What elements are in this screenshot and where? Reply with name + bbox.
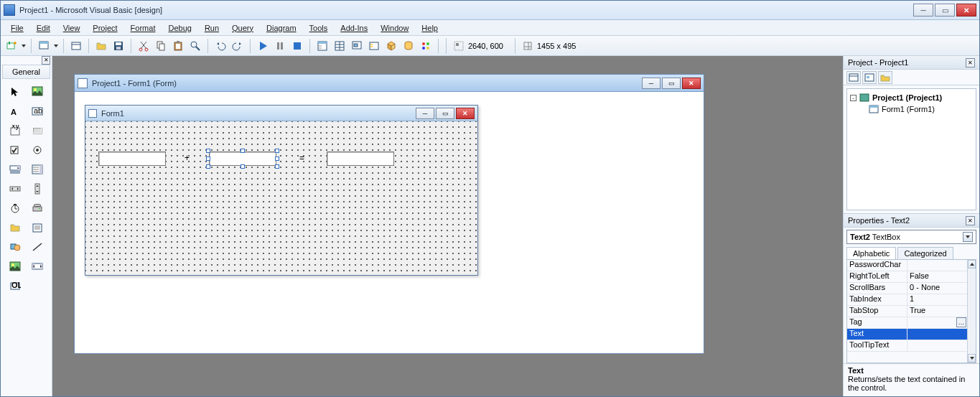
- add-project-dropdown[interactable]: [21, 38, 27, 54]
- title-bar[interactable]: Project1 - Microsoft Visual Basic [desig…: [1, 1, 979, 20]
- toolbox-button[interactable]: [383, 38, 399, 54]
- form-designer-window[interactable]: Project1 - Form1 (Form) ─ ▭ ✕ Form1: [74, 74, 704, 354]
- menu-project[interactable]: Project: [87, 22, 123, 34]
- designer-close-button[interactable]: ✕: [682, 78, 701, 89]
- menu-help[interactable]: Help: [416, 22, 444, 34]
- dirlistbox-tool[interactable]: [5, 219, 25, 236]
- resize-handle-e[interactable]: [275, 157, 279, 161]
- properties-panel-title-bar[interactable]: Properties - Text2 ✕: [844, 214, 979, 228]
- picturebox-tool[interactable]: [27, 83, 47, 101]
- property-row[interactable]: TabStopTrue: [847, 306, 967, 317]
- form-client-area[interactable]: +: [85, 121, 477, 275]
- property-row[interactable]: RightToLeftFalse: [847, 271, 967, 283]
- text3-control[interactable]: [327, 151, 394, 166]
- component-manager-button[interactable]: [418, 38, 434, 54]
- property-value[interactable]: False: [907, 271, 967, 282]
- undo-button[interactable]: [213, 38, 228, 54]
- property-row[interactable]: Tag…: [847, 317, 967, 329]
- toggle-folders-button[interactable]: [878, 71, 892, 84]
- scroll-up-button[interactable]: [968, 260, 976, 268]
- tree-form-node[interactable]: Form1 (Form1): [850, 103, 973, 115]
- project-panel-title-bar[interactable]: Project - Project1 ✕: [844, 56, 979, 70]
- menu-debug[interactable]: Debug: [162, 22, 197, 34]
- data-view-button[interactable]: [401, 38, 416, 54]
- menu-format[interactable]: Format: [125, 22, 162, 34]
- tree-project-node[interactable]: - Project1 (Project1): [850, 92, 973, 103]
- property-value[interactable]: True: [907, 306, 967, 317]
- image-tool[interactable]: [5, 258, 25, 275]
- add-form-button[interactable]: [36, 38, 52, 54]
- resize-handle-nw[interactable]: [206, 149, 210, 153]
- line-tool[interactable]: [27, 238, 47, 256]
- open-button[interactable]: [93, 38, 109, 54]
- cut-button[interactable]: [136, 38, 151, 54]
- view-code-button[interactable]: [846, 71, 861, 84]
- label-equals[interactable]: =: [299, 153, 304, 163]
- end-button[interactable]: [289, 38, 305, 54]
- paste-button[interactable]: [170, 38, 186, 54]
- label-plus[interactable]: +: [185, 153, 190, 163]
- menu-run[interactable]: Run: [199, 22, 225, 34]
- tree-collapse-icon[interactable]: -: [850, 95, 857, 101]
- properties-grid[interactable]: PasswordCharRightToLeftFalseScrollBars0 …: [847, 260, 967, 363]
- window-close-button[interactable]: ✕: [956, 4, 976, 17]
- combo-dropdown-arrow[interactable]: [963, 232, 973, 242]
- form-close-button[interactable]: ✕: [456, 108, 475, 119]
- properties-object-combo[interactable]: Text2 TextBox: [846, 230, 976, 244]
- property-value[interactable]: [907, 260, 967, 271]
- menu-tools[interactable]: Tools: [304, 22, 334, 34]
- project-explorer-button[interactable]: [314, 38, 330, 54]
- combobox-tool[interactable]: [5, 161, 25, 178]
- commandbutton-tool[interactable]: [27, 122, 47, 139]
- resize-handle-s[interactable]: [241, 164, 245, 169]
- find-button[interactable]: [187, 38, 203, 54]
- text2-control[interactable]: [209, 151, 276, 166]
- properties-scrollbar[interactable]: [967, 260, 976, 363]
- property-ellipsis-button[interactable]: …: [956, 317, 966, 327]
- properties-window-button[interactable]: [332, 38, 347, 54]
- property-row[interactable]: ToolTipText: [847, 340, 967, 352]
- form-layout-button[interactable]: [349, 38, 365, 54]
- text1-control[interactable]: [98, 151, 166, 166]
- checkbox-tool[interactable]: [5, 141, 25, 159]
- resize-handle-se[interactable]: [275, 164, 279, 169]
- add-project-button[interactable]: [4, 38, 19, 54]
- redo-button[interactable]: [230, 38, 246, 54]
- property-value[interactable]: [907, 340, 967, 351]
- listbox-tool[interactable]: [27, 161, 47, 178]
- form-title-bar[interactable]: Form1 ─ ▭ ✕: [85, 106, 477, 121]
- form-minimize-button[interactable]: ─: [416, 108, 434, 119]
- resize-handle-ne[interactable]: [275, 149, 279, 153]
- label-tool[interactable]: A: [5, 103, 25, 120]
- scroll-down-button[interactable]: [968, 354, 976, 363]
- mdi-area[interactable]: Project1 - Form1 (Form) ─ ▭ ✕ Form1: [52, 56, 843, 396]
- data-tool[interactable]: [27, 258, 47, 275]
- menu-query[interactable]: Query: [226, 22, 259, 34]
- menu-view[interactable]: View: [57, 22, 86, 34]
- property-value[interactable]: [907, 329, 967, 340]
- tab-alphabetic[interactable]: Alphabetic: [846, 247, 896, 259]
- resize-handle-sw[interactable]: [206, 164, 210, 169]
- tab-categorized[interactable]: Categorized: [897, 247, 953, 259]
- property-value[interactable]: 0 - None: [907, 283, 967, 294]
- property-row[interactable]: ScrollBars0 - None: [847, 283, 967, 294]
- menu-diagram[interactable]: Diagram: [261, 22, 302, 34]
- property-row[interactable]: PasswordChar: [847, 260, 967, 271]
- break-button[interactable]: [272, 38, 288, 54]
- shape-tool[interactable]: [5, 238, 25, 256]
- project-panel-close-button[interactable]: ✕: [966, 58, 975, 67]
- menu-window[interactable]: Window: [375, 22, 414, 34]
- designer-maximize-button[interactable]: ▭: [662, 78, 681, 89]
- ole-tool[interactable]: OLE: [5, 277, 25, 294]
- menu-editor-button[interactable]: [68, 38, 84, 54]
- menu-edit[interactable]: Edit: [31, 22, 56, 34]
- add-form-dropdown[interactable]: [53, 38, 59, 54]
- properties-panel-close-button[interactable]: ✕: [966, 216, 975, 225]
- frame-tool[interactable]: xy: [5, 122, 25, 139]
- save-button[interactable]: [111, 38, 126, 54]
- property-row[interactable]: Text: [847, 329, 967, 340]
- text2-selection[interactable]: [209, 151, 276, 166]
- optionbutton-tool[interactable]: [27, 141, 47, 159]
- hscrollbar-tool[interactable]: [5, 180, 25, 197]
- toolbox-header[interactable]: General: [2, 65, 50, 79]
